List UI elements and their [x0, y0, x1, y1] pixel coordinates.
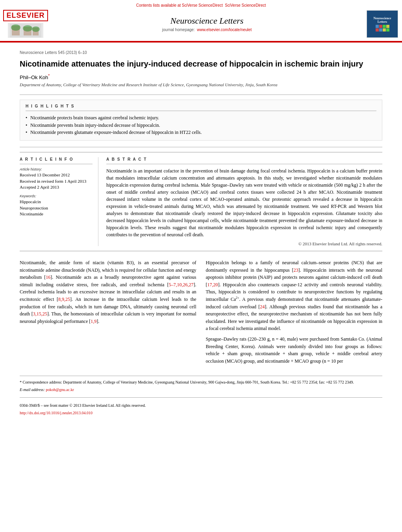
history-label: Article history: — [20, 167, 93, 171]
ref-16[interactable]: 16 — [46, 274, 50, 280]
ref-24[interactable]: 24 — [260, 304, 265, 310]
elsevier-tree-graphic — [10, 24, 41, 37]
accepted-date: Accepted 2 April 2013 — [20, 184, 93, 190]
highlight-item-2: Nicotinamide prevents brain injury-induc… — [26, 122, 376, 129]
email-note: E-mail address: pokoh@gnu.ac.kr — [20, 387, 382, 393]
journal-title-center: Neuroscience Letters journal homepage: w… — [47, 16, 367, 32]
sciverse-link[interactable]: SciVerse ScienceDirect — [225, 3, 266, 7]
article-title: Nicotinamide attenuates the injury-induc… — [20, 59, 382, 69]
keyword-2: Neuroprotection — [20, 205, 93, 211]
author-name: Phil–Ok Koh* — [20, 74, 382, 80]
body-columns: Nicotinamide, the amide form of niacin (… — [20, 259, 382, 368]
homepage-label: journal homepage: — [162, 28, 195, 32]
page-footer: * Correspondence address: Department of … — [20, 376, 382, 416]
footer-divider — [20, 397, 382, 398]
highlights-label: H I G H L I G H T S — [26, 104, 376, 108]
ref-5-7[interactable]: 5–7,10,26,27 — [169, 282, 194, 287]
journal-ref-line: Neuroscience Letters 545 (2013) 6–10 — [20, 50, 382, 55]
elsevier-wordmark: ELSEVIER — [3, 10, 48, 21]
ref-8-9[interactable]: 8,9,25 — [58, 297, 70, 302]
header-main-row: ELSEVIER Neuroscience Letters — [0, 10, 402, 41]
contents-available-text: Contents lists available at SciVerse Sci… — [136, 3, 223, 7]
article-info-label: A R T I C L E I N F O — [20, 157, 93, 161]
author-affiliation: Department of Anatomy, College of Veteri… — [20, 82, 382, 88]
footnote-correspondence: * Correspondence address: Department of … — [20, 379, 382, 393]
elsevier-logo-left: ELSEVIER — [4, 10, 47, 38]
received-date: Received 13 December 2012 — [20, 172, 93, 178]
ref-1-9[interactable]: 1,9 — [91, 319, 96, 324]
ref-3-15[interactable]: 3,15,25 — [33, 311, 47, 317]
main-content-area: Neuroscience Letters 545 (2013) 6–10 Nic… — [0, 43, 402, 376]
highlights-inner-divider — [26, 111, 376, 111]
neuroscience-badge: NeuroscienceLetters — [367, 11, 398, 37]
author-footnote-marker: * — [48, 74, 50, 78]
doi-link[interactable]: http://dx.doi.org/10.1016/j.neulet.2013.… — [20, 411, 93, 415]
journal-title-text: Neuroscience Letters — [55, 16, 359, 26]
issn-line: 0304-3940/$ – see front matter © 2013 El… — [20, 402, 382, 408]
keywords-group: Keywords: Hippocalcin Neuroprotection Ni… — [20, 194, 93, 217]
ref-23[interactable]: 23 — [294, 267, 298, 273]
red-header-divider — [0, 41, 402, 42]
keywords-label: Keywords: — [20, 194, 93, 198]
homepage-url[interactable]: www.elsevier.com/locate/neulet — [197, 28, 252, 32]
journal-homepage-line: journal homepage: www.elsevier.com/locat… — [55, 28, 359, 32]
highlights-top-divider — [20, 95, 382, 95]
body-column-right: Hippocalcin belongs to a family of neuro… — [206, 259, 383, 368]
svg-point-6 — [32, 26, 40, 32]
header-top-bar: Contents lists available at SciVerse Sci… — [0, 3, 402, 7]
email-link[interactable]: pokoh@gnu.ac.kr — [46, 387, 74, 392]
body-column-left: Nicotinamide, the amide form of niacin (… — [20, 259, 196, 368]
body-para-2: Hippocalcin belongs to a family of neuro… — [206, 259, 383, 332]
highlights-section: H I G H L I G H T S Nicotinamide protect… — [20, 100, 382, 141]
article-info-abstract-row: A R T I C L E I N F O Article history: R… — [20, 152, 382, 251]
correspondence-note: * Correspondence address: Department of … — [20, 379, 382, 385]
copyright-line: © 2013 Elsevier Ireland Ltd. All rights … — [106, 241, 382, 246]
author-name-text: Phil–Ok Koh — [20, 74, 48, 80]
journal-header: Contents lists available at SciVerse Sci… — [0, 0, 402, 43]
body-para-3: Sprague–Dawley rats (220–230 g, n = 40, … — [206, 336, 383, 365]
svg-point-4 — [23, 25, 32, 32]
page-container: Contents lists available at SciVerse Sci… — [0, 0, 402, 416]
highlight-item-3: Nicotinamide prevents glutamate exposure… — [26, 129, 376, 136]
body-para-1: Nicotinamide, the amide form of niacin (… — [20, 259, 196, 325]
article-info-panel: A R T I C L E I N F O Article history: R… — [20, 157, 98, 246]
badge-grid — [376, 25, 389, 32]
badge-text: NeuroscienceLetters — [373, 17, 391, 24]
highlights-list: Nicotinamide protects brain tissues agai… — [26, 114, 376, 136]
article-info-divider — [20, 164, 93, 164]
abstract-label: A B S T R A C T — [106, 157, 382, 161]
abstract-divider — [106, 164, 382, 164]
svg-point-2 — [11, 24, 20, 31]
journal-logo-right: NeuroscienceLetters — [367, 10, 398, 38]
elsevier-graphic — [8, 23, 43, 38]
keyword-3: Nicotinamide — [20, 211, 93, 217]
abstract-panel: A B S T R A C T Nicotinamide is an impor… — [106, 157, 382, 246]
revised-date: Received in revised form 1 April 2013 — [20, 178, 93, 184]
ref-17-20[interactable]: 17,20 — [207, 282, 218, 287]
keyword-1: Hippocalcin — [20, 199, 93, 205]
article-history-group: Article history: Received 13 December 20… — [20, 167, 93, 190]
info-abstract-top-divider — [20, 147, 382, 147]
highlight-item-1: Nicotinamide protects brain tissues agai… — [26, 114, 376, 122]
doi-line: http://dx.doi.org/10.1016/j.neulet.2013.… — [20, 410, 382, 416]
abstract-text: Nicotinamide is an important cofactor in… — [106, 167, 382, 238]
